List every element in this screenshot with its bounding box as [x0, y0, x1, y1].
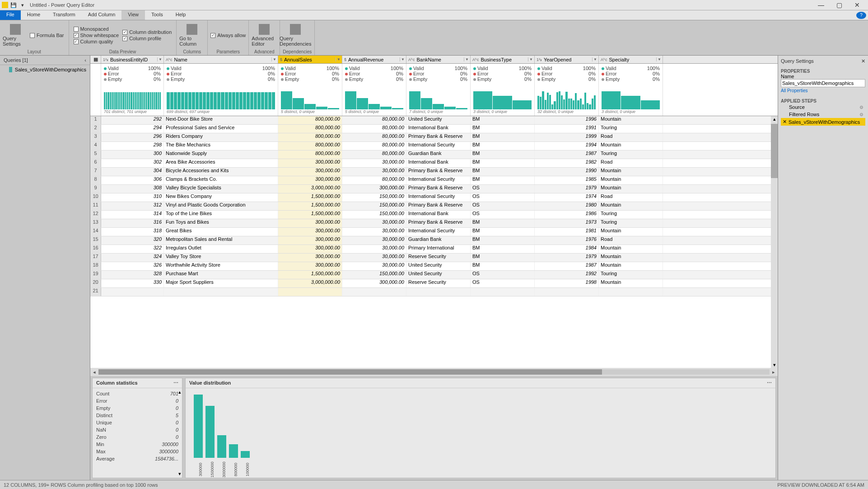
column-statistics-panel: Column statistics⋯ ▴ ▾ Count701Error0Emp… — [92, 378, 182, 478]
column-header-businessentityid[interactable]: 1²₃BusinessEntityID▼ — [101, 56, 164, 63]
delete-step-icon[interactable]: ✕ — [783, 119, 787, 125]
column-header-bankname[interactable]: AᵇcBankName▼ — [406, 56, 471, 63]
tab-view[interactable]: View — [121, 10, 145, 20]
tab-transform[interactable]: Transform — [47, 10, 82, 20]
table-row[interactable]: 6302Area Bike Accessories300,000.0030,00… — [90, 159, 778, 168]
column-profile-name: Valid100%Error0%Empty0%699 distinct, 697… — [164, 64, 278, 116]
table-row[interactable]: 8306Clamps & Brackets Co.300,000.0080,00… — [90, 176, 778, 185]
all-properties-link[interactable]: All Properties — [781, 88, 865, 93]
filter-dropdown-icon[interactable]: ▼ — [271, 57, 276, 61]
query-name-input[interactable] — [781, 79, 865, 87]
type-icon[interactable]: 1²₃ — [537, 57, 542, 62]
table-row[interactable]: 4298The Bike Mechanics800,000.0080,000.0… — [90, 142, 778, 150]
save-icon[interactable]: 💾 — [10, 1, 17, 9]
column-header-annualsales[interactable]: $AnnualSales▼ — [278, 56, 342, 63]
value-distribution-panel: Value distribution⋯ 30000015000003000000… — [185, 378, 776, 478]
column-header-specialty[interactable]: AᵇcSpecialty▼ — [599, 56, 663, 63]
qat-dropdown-icon[interactable]: ▾ — [19, 1, 26, 9]
column-profile-bankname: Valid100%Error0%Empty0%7 distinct, 0 uni… — [406, 64, 471, 116]
type-icon[interactable]: Aᵇc — [408, 57, 415, 62]
collapse-queries-icon[interactable]: ‹ — [84, 57, 86, 63]
column-distribution-checkbox[interactable]: ✓Column distribution — [122, 29, 172, 35]
table-row[interactable]: 2294Professional Sales and Service800,00… — [90, 125, 778, 133]
close-settings-icon[interactable]: ✕ — [861, 58, 865, 64]
formula-bar-checkbox[interactable]: Formula Bar — [30, 33, 64, 38]
tab-tools[interactable]: Tools — [145, 10, 169, 20]
table-row[interactable]: 15320Metropolitan Sales and Rental300,00… — [90, 236, 778, 245]
properties-section: PROPERTIES — [781, 69, 865, 74]
always-allow-checkbox[interactable]: ✓Always allow — [210, 33, 246, 38]
table-row[interactable]: 14318Great Bikes 300,000.0030,000.00Inte… — [90, 228, 778, 236]
go-to-column-button[interactable]: Go to Column — [179, 23, 205, 48]
column-header-name[interactable]: AᵇcName▼ — [164, 56, 278, 63]
window-title: Untitled - Power Query Editor — [30, 2, 94, 8]
minimize-button[interactable]: — — [812, 1, 830, 9]
gear-icon[interactable]: ⚙ — [859, 112, 863, 117]
table-row[interactable]: 5300Nationwide Supply800,000.0080,000.00… — [90, 150, 778, 159]
table-row[interactable]: 10310New Bikes Company1,500,000.00150,00… — [90, 193, 778, 202]
type-icon[interactable]: 1²₃ — [103, 57, 108, 62]
table-row[interactable]: 18326Worthwhile Activity Store300,000.00… — [90, 262, 778, 271]
filter-dropdown-icon[interactable]: ▼ — [592, 57, 597, 61]
table-row[interactable]: 9308Valley Bicycle Specialists3,000,000.… — [90, 185, 778, 193]
column-profile-businesstype: Valid100%Error0%Empty0%3 distinct, 0 uni… — [471, 64, 535, 116]
table-row[interactable]: 21 — [90, 288, 778, 296]
filter-dropdown-icon[interactable]: ▼ — [464, 57, 468, 61]
query-item[interactable]: Sales_vStoreWithDemographics — [0, 65, 90, 74]
applied-step[interactable]: ✕Sales_vStoreWithDemographics — [781, 118, 865, 126]
table-row[interactable]: 12314Top of the Line Bikes1,500,000.0015… — [90, 211, 778, 219]
scroll-up-icon[interactable]: ▴ — [178, 389, 181, 395]
column-quality-checkbox[interactable]: ✓Column quality — [74, 39, 119, 44]
table-row[interactable]: 19328Purchase Mart1,500,000.00150,000.00… — [90, 271, 778, 279]
filter-dropdown-icon[interactable]: ▼ — [528, 57, 532, 61]
quick-access-toolbar: 💾 ▾ — [10, 1, 26, 9]
tab-file[interactable]: File — [0, 10, 21, 20]
table-row[interactable]: 3296Riders Company800,000.0080,000.00Pri… — [90, 133, 778, 142]
type-icon[interactable]: $ — [344, 57, 346, 62]
table-row[interactable]: 13316Fun Toys and Bikes300,000.0030,000.… — [90, 219, 778, 228]
table-row[interactable]: 7304Bicycle Accessories and Kits300,000.… — [90, 168, 778, 176]
table-row[interactable]: 11312Vinyl and Plastic Goods Corporation… — [90, 202, 778, 211]
panel-menu-icon[interactable]: ⋯ — [173, 380, 178, 386]
queries-header: Queries [1] — [4, 57, 28, 63]
monospaced-checkbox[interactable]: Monospaced — [74, 26, 119, 32]
table-row[interactable]: 20330Major Sport Suppliers3,000,000.0030… — [90, 279, 778, 288]
panel-menu-icon[interactable]: ⋯ — [767, 380, 772, 386]
column-header-businesstype[interactable]: AᵇcBusinessType▼ — [471, 56, 535, 63]
type-icon[interactable]: Aᵇc — [601, 57, 607, 62]
type-icon[interactable]: Aᵇc — [166, 57, 173, 62]
tab-home[interactable]: Home — [21, 10, 47, 20]
scroll-down-icon[interactable]: ▾ — [178, 471, 181, 477]
maximize-button[interactable]: ▢ — [830, 1, 848, 9]
table-row[interactable]: 17324Valley Toy Store300,000.0030,000.00… — [90, 254, 778, 262]
filter-dropdown-icon[interactable]: ▼ — [656, 57, 661, 61]
type-icon[interactable]: $ — [280, 57, 282, 62]
filter-dropdown-icon[interactable]: ▼ — [400, 57, 404, 61]
close-button[interactable]: ✕ — [848, 1, 866, 9]
table-icon — [9, 67, 12, 72]
table-row[interactable]: 1292Next-Door Bike Store800,000.0080,000… — [90, 116, 778, 125]
tab-help[interactable]: Help — [169, 10, 192, 20]
tab-add-column[interactable]: Add Column — [82, 10, 122, 20]
show-whitespace-checkbox[interactable]: ✓Show whitespace — [74, 33, 119, 38]
filter-dropdown-icon[interactable]: ▼ — [336, 57, 340, 61]
chart-bar: 800000 — [229, 444, 238, 458]
column-header-annualrevenue[interactable]: $AnnualRevenue▼ — [342, 56, 406, 63]
applied-step[interactable]: Source⚙ — [781, 103, 865, 111]
table-row[interactable]: 16322Irregulars Outlet300,000.0030,000.0… — [90, 245, 778, 254]
column-header-yearopened[interactable]: 1²₃YearOpened▼ — [535, 56, 599, 63]
type-icon[interactable]: Aᵇc — [472, 57, 479, 62]
help-icon[interactable]: ? — [856, 12, 866, 19]
query-dependencies-button[interactable]: Query Dependencies — [283, 23, 308, 48]
advanced-editor-button[interactable]: Advanced Editor — [252, 23, 277, 48]
stat-row: Distinct5 — [96, 412, 178, 419]
filter-dropdown-icon[interactable]: ▼ — [157, 57, 162, 61]
horizontal-scrollbar[interactable]: ◂▸ — [90, 368, 778, 376]
table-corner-icon[interactable]: ▦ — [90, 56, 101, 63]
gear-icon[interactable]: ⚙ — [859, 105, 863, 110]
ribbon: Query Settings Formula Bar Layout Monosp… — [0, 20, 868, 56]
query-settings-button[interactable]: Query Settings — [3, 23, 28, 48]
vertical-scrollbar[interactable]: ▴ ▾ — [771, 116, 778, 368]
applied-step[interactable]: Filtered Rows⚙ — [781, 111, 865, 118]
column-profile-checkbox[interactable]: ✓Column profile — [122, 36, 172, 41]
